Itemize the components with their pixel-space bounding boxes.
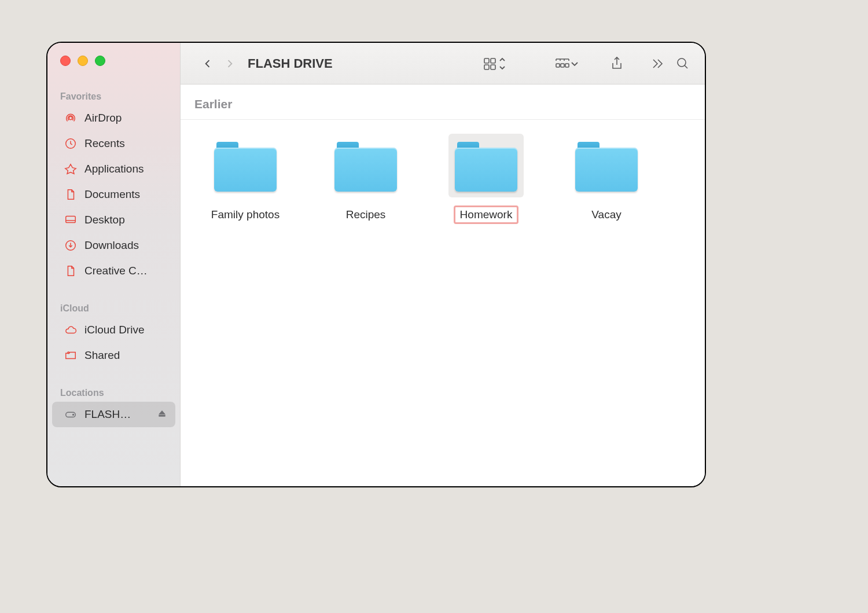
sidebar-item-creative-cloud[interactable]: Creative C… <box>52 258 175 284</box>
svg-rect-9 <box>491 58 495 63</box>
folder-label[interactable]: Recipes <box>340 205 392 224</box>
sidebar-item-icloud-drive[interactable]: iCloud Drive <box>52 317 175 343</box>
window-controls <box>60 56 180 66</box>
sidebar-item-desktop[interactable]: Desktop <box>52 207 175 233</box>
sidebar-item-shared[interactable]: Shared <box>52 343 175 368</box>
folder-item-homework[interactable]: Homework <box>426 134 546 224</box>
document-icon <box>64 188 78 201</box>
sidebar-item-label: Documents <box>84 188 167 201</box>
folder-icon <box>569 134 644 197</box>
sidebar-item-label: Desktop <box>84 214 167 226</box>
svg-rect-11 <box>491 65 495 69</box>
sidebar-item-label: Shared <box>84 349 167 362</box>
svg-rect-12 <box>556 64 560 67</box>
group-header: Earlier <box>181 85 705 120</box>
fullscreen-window-button[interactable] <box>95 56 105 66</box>
toolbar: FLASH DRIVE <box>181 43 705 85</box>
finder-window: Favorites AirDrop Recents Applications D… <box>46 42 706 487</box>
folder-label-editing[interactable]: Homework <box>454 205 519 224</box>
folder-icon <box>328 134 403 197</box>
sidebar-item-label: FLASH… <box>84 408 150 421</box>
folder-label[interactable]: Family photos <box>205 205 286 224</box>
window-title: FLASH DRIVE <box>248 56 333 71</box>
svg-point-6 <box>73 414 74 416</box>
sidebar-item-label: AirDrop <box>84 112 167 124</box>
external-drive-icon <box>64 408 78 421</box>
svg-rect-8 <box>484 58 489 63</box>
applications-icon <box>64 162 78 176</box>
close-window-button[interactable] <box>60 56 71 66</box>
sidebar-item-label: Downloads <box>84 239 167 252</box>
folder-item-vacay[interactable]: Vacay <box>546 134 667 224</box>
airdrop-icon <box>64 111 78 125</box>
shared-folder-icon <box>64 348 78 362</box>
sidebar-item-downloads[interactable]: Downloads <box>52 233 175 258</box>
nav-back-button[interactable] <box>198 54 218 74</box>
sidebar-section-locations: Locations <box>60 388 180 398</box>
eject-button[interactable] <box>157 408 167 421</box>
sidebar-item-applications[interactable]: Applications <box>52 156 175 182</box>
cloud-icon <box>64 323 78 337</box>
folder-icon <box>448 134 524 197</box>
sidebar-item-flash-drive[interactable]: FLASH… <box>52 402 175 427</box>
downloads-icon <box>64 238 78 252</box>
share-button[interactable] <box>606 53 627 74</box>
sidebar-item-label: iCloud Drive <box>84 324 167 336</box>
sidebar-section-favorites: Favorites <box>60 91 180 102</box>
minimize-window-button[interactable] <box>78 56 88 66</box>
search-button[interactable] <box>672 53 693 74</box>
sidebar-item-documents[interactable]: Documents <box>52 182 175 207</box>
content-area: Earlier Family photos Recipes Homework <box>181 85 705 486</box>
folder-icon <box>208 134 283 197</box>
svg-point-4 <box>68 352 69 354</box>
group-by-button[interactable] <box>552 53 584 74</box>
svg-rect-2 <box>66 216 76 223</box>
sidebar-section-icloud: iCloud <box>60 303 180 314</box>
items-grid: Family photos Recipes Homework Vacay <box>181 120 705 238</box>
sidebar-item-label: Applications <box>84 163 167 175</box>
file-icon <box>64 264 78 278</box>
svg-point-0 <box>69 116 72 120</box>
svg-rect-14 <box>565 64 569 67</box>
svg-rect-7 <box>159 415 165 416</box>
clock-icon <box>64 137 78 151</box>
folder-item-recipes[interactable]: Recipes <box>306 134 426 224</box>
folder-label[interactable]: Vacay <box>585 205 627 224</box>
svg-rect-13 <box>561 64 564 67</box>
sidebar-item-airdrop[interactable]: AirDrop <box>52 105 175 131</box>
desktop-icon <box>64 213 78 227</box>
sidebar-item-label: Creative C… <box>84 265 167 277</box>
svg-rect-10 <box>484 65 489 69</box>
nav-forward-button[interactable] <box>220 54 240 74</box>
sidebar-item-label: Recents <box>84 137 167 150</box>
more-toolbar-button[interactable] <box>647 53 667 74</box>
sidebar-item-recents[interactable]: Recents <box>52 131 175 156</box>
sidebar: Favorites AirDrop Recents Applications D… <box>47 43 181 486</box>
svg-point-15 <box>678 58 686 67</box>
view-mode-button[interactable] <box>480 53 509 74</box>
folder-item-family-photos[interactable]: Family photos <box>185 134 306 224</box>
